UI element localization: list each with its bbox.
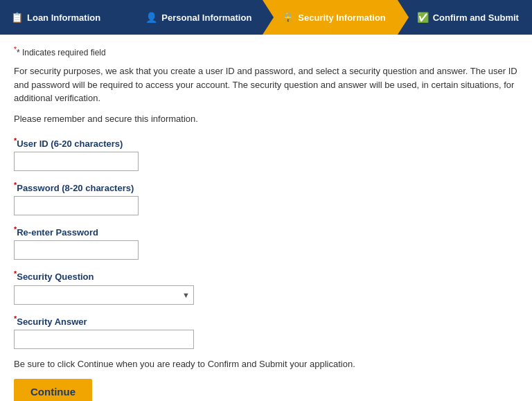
breadcrumb-nav: 📋 Loan Information 👤 Personal Informatio… xyxy=(0,0,532,35)
security-answer-label: *Security Answer xyxy=(14,314,518,327)
remember-note: Please remember and secure this informat… xyxy=(14,114,518,124)
re-enter-password-group: *Re-enter Password xyxy=(14,225,518,260)
security-question-wrapper: ▼ xyxy=(14,285,194,305)
breadcrumb-step-security[interactable]: 🔒 Security Information xyxy=(263,0,397,35)
breadcrumb-step-loan-label: Loan Information xyxy=(27,12,100,23)
breadcrumb-step-confirm[interactable]: ✅ Confirm and Submit xyxy=(398,0,532,35)
main-content: ** Indicates required field For security… xyxy=(0,35,532,401)
breadcrumb-step-confirm-label: Confirm and Submit xyxy=(433,12,519,23)
security-answer-input[interactable] xyxy=(14,330,194,349)
re-enter-password-input[interactable] xyxy=(14,240,139,260)
password-input[interactable] xyxy=(14,196,139,215)
breadcrumb-step-loan[interactable]: 📋 Loan Information xyxy=(0,0,126,35)
security-question-group: *Security Question ▼ xyxy=(14,269,518,304)
re-enter-password-label: *Re-enter Password xyxy=(14,225,518,238)
password-label: *Password (8-20 characters) xyxy=(14,181,518,193)
confirm-icon: ✅ xyxy=(417,12,429,23)
security-answer-group: *Security Answer xyxy=(14,314,518,349)
continue-button[interactable]: Continue xyxy=(14,379,92,401)
security-question-select[interactable] xyxy=(14,285,194,305)
password-group: *Password (8-20 characters) xyxy=(14,181,518,215)
user-id-input[interactable] xyxy=(14,152,139,171)
personal-icon: 👤 xyxy=(145,12,157,23)
breadcrumb-step-security-label: Security Information xyxy=(298,12,385,23)
breadcrumb-step-personal-label: Personal Information xyxy=(161,12,251,23)
submit-note: Be sure to click Continue when you are r… xyxy=(14,359,518,369)
required-note: ** Indicates required field xyxy=(14,46,518,57)
security-description: For security purposes, we ask that you c… xyxy=(14,64,518,105)
loan-icon: 📋 xyxy=(11,12,23,23)
breadcrumb-step-personal[interactable]: 👤 Personal Information xyxy=(126,0,263,35)
user-id-group: *User ID (6-20 characters) xyxy=(14,136,518,171)
user-id-label: *User ID (6-20 characters) xyxy=(14,136,518,149)
security-question-label: *Security Question xyxy=(14,269,518,282)
security-icon: 🔒 xyxy=(282,12,294,23)
